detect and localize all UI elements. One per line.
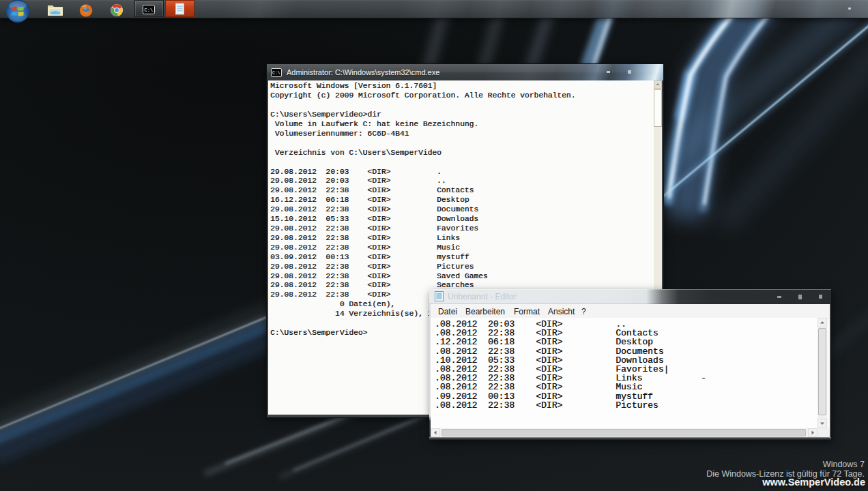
svg-text:C:\: C:\ <box>272 71 280 76</box>
svg-text:C:\: C:\ <box>145 8 154 13</box>
